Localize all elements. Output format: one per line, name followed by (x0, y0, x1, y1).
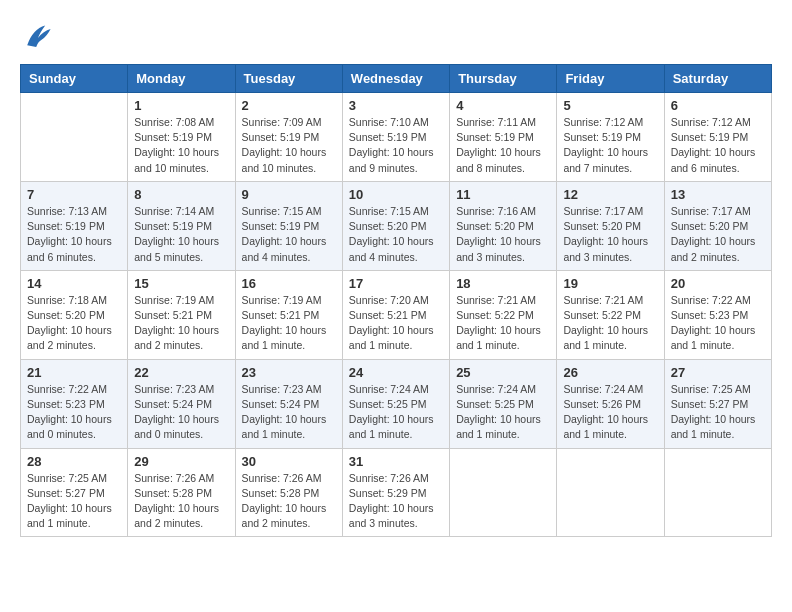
day-info: Sunrise: 7:12 AM Sunset: 5:19 PM Dayligh… (563, 115, 657, 176)
day-info: Sunrise: 7:15 AM Sunset: 5:20 PM Dayligh… (349, 204, 443, 265)
day-info: Sunrise: 7:24 AM Sunset: 5:25 PM Dayligh… (456, 382, 550, 443)
day-info: Sunrise: 7:23 AM Sunset: 5:24 PM Dayligh… (242, 382, 336, 443)
day-number: 4 (456, 98, 550, 113)
day-info: Sunrise: 7:19 AM Sunset: 5:21 PM Dayligh… (134, 293, 228, 354)
day-number: 13 (671, 187, 765, 202)
calendar-cell: 1Sunrise: 7:08 AM Sunset: 5:19 PM Daylig… (128, 93, 235, 182)
calendar-week-row: 21Sunrise: 7:22 AM Sunset: 5:23 PM Dayli… (21, 359, 772, 448)
calendar-cell: 7Sunrise: 7:13 AM Sunset: 5:19 PM Daylig… (21, 181, 128, 270)
day-number: 23 (242, 365, 336, 380)
day-number: 31 (349, 454, 443, 469)
calendar-cell: 4Sunrise: 7:11 AM Sunset: 5:19 PM Daylig… (450, 93, 557, 182)
day-info: Sunrise: 7:21 AM Sunset: 5:22 PM Dayligh… (563, 293, 657, 354)
day-of-week-header: Tuesday (235, 65, 342, 93)
day-of-week-header: Thursday (450, 65, 557, 93)
calendar-cell: 22Sunrise: 7:23 AM Sunset: 5:24 PM Dayli… (128, 359, 235, 448)
day-number: 22 (134, 365, 228, 380)
days-of-week-row: SundayMondayTuesdayWednesdayThursdayFrid… (21, 65, 772, 93)
calendar-cell: 19Sunrise: 7:21 AM Sunset: 5:22 PM Dayli… (557, 270, 664, 359)
day-of-week-header: Sunday (21, 65, 128, 93)
calendar-cell: 24Sunrise: 7:24 AM Sunset: 5:25 PM Dayli… (342, 359, 449, 448)
day-number: 20 (671, 276, 765, 291)
calendar-cell (557, 448, 664, 537)
day-of-week-header: Monday (128, 65, 235, 93)
calendar-body: 1Sunrise: 7:08 AM Sunset: 5:19 PM Daylig… (21, 93, 772, 537)
day-number: 18 (456, 276, 550, 291)
day-number: 28 (27, 454, 121, 469)
day-info: Sunrise: 7:14 AM Sunset: 5:19 PM Dayligh… (134, 204, 228, 265)
calendar-cell: 9Sunrise: 7:15 AM Sunset: 5:19 PM Daylig… (235, 181, 342, 270)
day-info: Sunrise: 7:15 AM Sunset: 5:19 PM Dayligh… (242, 204, 336, 265)
day-info: Sunrise: 7:08 AM Sunset: 5:19 PM Dayligh… (134, 115, 228, 176)
calendar-header: SundayMondayTuesdayWednesdayThursdayFrid… (21, 65, 772, 93)
day-number: 15 (134, 276, 228, 291)
day-number: 26 (563, 365, 657, 380)
day-info: Sunrise: 7:23 AM Sunset: 5:24 PM Dayligh… (134, 382, 228, 443)
calendar-week-row: 28Sunrise: 7:25 AM Sunset: 5:27 PM Dayli… (21, 448, 772, 537)
day-info: Sunrise: 7:26 AM Sunset: 5:28 PM Dayligh… (134, 471, 228, 532)
calendar-cell (450, 448, 557, 537)
day-info: Sunrise: 7:13 AM Sunset: 5:19 PM Dayligh… (27, 204, 121, 265)
day-info: Sunrise: 7:16 AM Sunset: 5:20 PM Dayligh… (456, 204, 550, 265)
day-number: 1 (134, 98, 228, 113)
calendar-cell: 11Sunrise: 7:16 AM Sunset: 5:20 PM Dayli… (450, 181, 557, 270)
day-number: 27 (671, 365, 765, 380)
day-of-week-header: Saturday (664, 65, 771, 93)
calendar-cell: 25Sunrise: 7:24 AM Sunset: 5:25 PM Dayli… (450, 359, 557, 448)
day-info: Sunrise: 7:09 AM Sunset: 5:19 PM Dayligh… (242, 115, 336, 176)
day-info: Sunrise: 7:26 AM Sunset: 5:28 PM Dayligh… (242, 471, 336, 532)
day-number: 14 (27, 276, 121, 291)
calendar-cell: 20Sunrise: 7:22 AM Sunset: 5:23 PM Dayli… (664, 270, 771, 359)
day-info: Sunrise: 7:20 AM Sunset: 5:21 PM Dayligh… (349, 293, 443, 354)
calendar-cell: 21Sunrise: 7:22 AM Sunset: 5:23 PM Dayli… (21, 359, 128, 448)
calendar-week-row: 14Sunrise: 7:18 AM Sunset: 5:20 PM Dayli… (21, 270, 772, 359)
day-info: Sunrise: 7:25 AM Sunset: 5:27 PM Dayligh… (671, 382, 765, 443)
calendar-cell: 14Sunrise: 7:18 AM Sunset: 5:20 PM Dayli… (21, 270, 128, 359)
day-info: Sunrise: 7:24 AM Sunset: 5:25 PM Dayligh… (349, 382, 443, 443)
day-info: Sunrise: 7:22 AM Sunset: 5:23 PM Dayligh… (27, 382, 121, 443)
day-number: 30 (242, 454, 336, 469)
calendar-cell: 8Sunrise: 7:14 AM Sunset: 5:19 PM Daylig… (128, 181, 235, 270)
day-number: 2 (242, 98, 336, 113)
calendar-cell: 16Sunrise: 7:19 AM Sunset: 5:21 PM Dayli… (235, 270, 342, 359)
calendar-cell: 23Sunrise: 7:23 AM Sunset: 5:24 PM Dayli… (235, 359, 342, 448)
day-info: Sunrise: 7:25 AM Sunset: 5:27 PM Dayligh… (27, 471, 121, 532)
day-number: 24 (349, 365, 443, 380)
day-info: Sunrise: 7:18 AM Sunset: 5:20 PM Dayligh… (27, 293, 121, 354)
calendar-cell: 3Sunrise: 7:10 AM Sunset: 5:19 PM Daylig… (342, 93, 449, 182)
calendar-cell: 18Sunrise: 7:21 AM Sunset: 5:22 PM Dayli… (450, 270, 557, 359)
day-number: 9 (242, 187, 336, 202)
day-number: 11 (456, 187, 550, 202)
day-info: Sunrise: 7:26 AM Sunset: 5:29 PM Dayligh… (349, 471, 443, 532)
page-header (20, 20, 772, 56)
day-info: Sunrise: 7:21 AM Sunset: 5:22 PM Dayligh… (456, 293, 550, 354)
day-number: 12 (563, 187, 657, 202)
calendar-cell (21, 93, 128, 182)
day-of-week-header: Friday (557, 65, 664, 93)
day-number: 7 (27, 187, 121, 202)
day-number: 5 (563, 98, 657, 113)
logo-icon (20, 20, 56, 56)
calendar-cell: 10Sunrise: 7:15 AM Sunset: 5:20 PM Dayli… (342, 181, 449, 270)
day-number: 17 (349, 276, 443, 291)
day-info: Sunrise: 7:12 AM Sunset: 5:19 PM Dayligh… (671, 115, 765, 176)
day-of-week-header: Wednesday (342, 65, 449, 93)
day-info: Sunrise: 7:17 AM Sunset: 5:20 PM Dayligh… (563, 204, 657, 265)
calendar-cell: 15Sunrise: 7:19 AM Sunset: 5:21 PM Dayli… (128, 270, 235, 359)
day-number: 29 (134, 454, 228, 469)
day-number: 16 (242, 276, 336, 291)
day-number: 3 (349, 98, 443, 113)
day-info: Sunrise: 7:19 AM Sunset: 5:21 PM Dayligh… (242, 293, 336, 354)
calendar-cell: 6Sunrise: 7:12 AM Sunset: 5:19 PM Daylig… (664, 93, 771, 182)
calendar-cell: 13Sunrise: 7:17 AM Sunset: 5:20 PM Dayli… (664, 181, 771, 270)
calendar-cell: 12Sunrise: 7:17 AM Sunset: 5:20 PM Dayli… (557, 181, 664, 270)
day-number: 21 (27, 365, 121, 380)
calendar-table: SundayMondayTuesdayWednesdayThursdayFrid… (20, 64, 772, 537)
logo (20, 20, 60, 56)
calendar-cell (664, 448, 771, 537)
calendar-cell: 5Sunrise: 7:12 AM Sunset: 5:19 PM Daylig… (557, 93, 664, 182)
calendar-week-row: 7Sunrise: 7:13 AM Sunset: 5:19 PM Daylig… (21, 181, 772, 270)
day-number: 10 (349, 187, 443, 202)
day-number: 6 (671, 98, 765, 113)
day-info: Sunrise: 7:22 AM Sunset: 5:23 PM Dayligh… (671, 293, 765, 354)
